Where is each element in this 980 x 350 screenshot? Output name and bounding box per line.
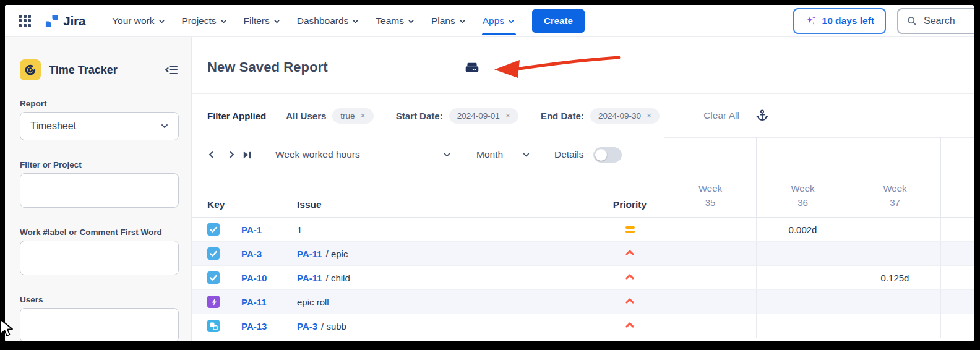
report-label: Report [20, 99, 179, 108]
anchor-icon[interactable] [755, 109, 769, 122]
brand-name: Jira [63, 14, 85, 28]
week-cell [756, 242, 849, 265]
time-tracker-logo [20, 59, 41, 80]
issue-key-link[interactable]: PA-3 [241, 249, 262, 259]
week-cell [756, 314, 849, 338]
cursor-icon [0, 318, 16, 339]
app-window: Jira Your work Projects Filters Dashboar… [5, 5, 974, 341]
chevron-down-icon [458, 17, 466, 25]
filter-chip-start-date[interactable]: 2024-09-01 × [449, 108, 518, 124]
report-select-value: Timesheet [30, 121, 76, 132]
priority-high-icon [624, 296, 635, 307]
task-type-icon [207, 223, 220, 236]
week-cell [664, 314, 756, 338]
column-header-issue: Issue [282, 199, 596, 210]
week-cell [849, 290, 940, 314]
users-label: Users [20, 295, 179, 304]
chip-name-start-date: Start Date: [396, 111, 443, 121]
task-type-icon [207, 247, 220, 260]
issue-parent-link[interactable]: PA-11 [297, 249, 322, 259]
collapse-sidebar-icon[interactable] [164, 62, 179, 77]
report-select[interactable]: Timesheet [20, 112, 179, 140]
week-cell [849, 314, 940, 338]
nav-item-teams[interactable]: Teams [368, 5, 423, 36]
table-row: PA-1 1 0.002d [192, 218, 974, 242]
week-column-trailing [940, 137, 974, 217]
filter-project-input[interactable] [20, 173, 179, 208]
issue-parent-link[interactable]: PA-3 [297, 321, 317, 331]
sparkle-icon [805, 15, 817, 27]
week-cell [849, 242, 940, 265]
filter-chip-end-date[interactable]: 2024-09-30 × [590, 108, 660, 124]
view-mode-dropdown[interactable]: Week worked hours [275, 149, 452, 160]
period-dropdown[interactable]: Month [476, 149, 531, 160]
nav-item-your-work[interactable]: Your work [104, 5, 173, 36]
week-cell [756, 266, 849, 289]
close-icon[interactable]: × [505, 111, 510, 120]
nav-item-filters[interactable]: Filters [236, 5, 289, 36]
annotation-arrow [492, 53, 622, 80]
nav-item-plans[interactable]: Plans [423, 5, 475, 36]
printer-icon[interactable] [464, 61, 480, 79]
chevron-down-icon [220, 17, 228, 25]
issue-parent-link[interactable]: PA-11 [297, 273, 322, 283]
report-header: New Saved Report [192, 37, 974, 94]
priority-high-icon [624, 272, 635, 283]
screenshot-frame: Jira Your work Projects Filters Dashboar… [0, 0, 980, 350]
prev-period-icon[interactable] [207, 150, 217, 160]
jira-mark-icon [45, 14, 59, 28]
details-label: Details [554, 149, 583, 160]
main-content: New Saved Report Filter Applied All U [192, 37, 974, 341]
table-row: PA-13 PA-3/ subb [192, 314, 974, 338]
search-icon [906, 15, 918, 27]
filter-applied-label: Filter Applied [207, 111, 266, 121]
app-switcher-icon[interactable] [19, 15, 31, 27]
work-label-input[interactable] [20, 241, 179, 275]
next-period-icon[interactable] [226, 150, 236, 160]
week-column-header: Week 37 [849, 137, 940, 217]
filter-chip-all-users[interactable]: true × [332, 108, 373, 124]
create-button[interactable]: Create [532, 9, 585, 33]
page-title: New Saved Report [207, 59, 328, 75]
chevron-down-icon [158, 17, 166, 25]
week-cell [849, 218, 940, 241]
sheet-controls: Week worked hours Month Details [192, 137, 664, 172]
week-cell-trailing [940, 290, 974, 314]
search-input[interactable]: Search [897, 8, 974, 34]
chevron-down-icon [442, 150, 452, 160]
issue-key-link[interactable]: PA-1 [241, 224, 262, 235]
nav-item-apps[interactable]: Apps [475, 5, 523, 36]
chevron-down-icon [507, 17, 515, 25]
skip-to-last-icon[interactable] [241, 149, 253, 161]
table-row: PA-10 PA-11/ child 0.125d [192, 266, 974, 290]
week-cell [756, 290, 849, 314]
week-cell-trailing [940, 242, 974, 265]
issue-key-link[interactable]: PA-10 [241, 273, 267, 283]
trial-days-left-button[interactable]: 10 days left [793, 8, 886, 34]
nav-item-dashboards[interactable]: Dashboards [289, 5, 368, 36]
week-column-header: Week 35 [664, 137, 756, 217]
issue-summary: / subb [321, 321, 346, 331]
close-icon[interactable]: × [361, 111, 366, 120]
chevron-down-icon [522, 150, 531, 160]
filter-project-label: Filter or Project [20, 160, 179, 169]
clear-all-link[interactable]: Clear All [703, 110, 739, 121]
users-input[interactable] [20, 308, 179, 341]
chevron-down-icon [351, 17, 359, 25]
chevron-down-icon [160, 121, 170, 131]
week-cell-trailing [940, 266, 974, 289]
timesheet-table: Week 35 Week 36 Week 37 [192, 137, 974, 338]
search-placeholder: Search [924, 15, 955, 27]
task-type-icon [207, 271, 220, 284]
sidebar: Time Tracker Report Timesheet Filter or … [5, 37, 192, 341]
jira-logo[interactable]: Jira [45, 14, 85, 28]
nav-item-projects[interactable]: Projects [174, 5, 236, 36]
issue-summary: / epic [326, 249, 348, 259]
issue-key-link[interactable]: PA-11 [241, 297, 267, 307]
week-column-header: Week 36 [756, 137, 849, 217]
table-row: PA-3 PA-11/ epic [192, 242, 974, 266]
issue-key-link[interactable]: PA-13 [241, 321, 267, 331]
close-icon[interactable]: × [647, 111, 651, 120]
priority-high-icon [624, 248, 635, 259]
details-toggle[interactable] [593, 147, 622, 163]
